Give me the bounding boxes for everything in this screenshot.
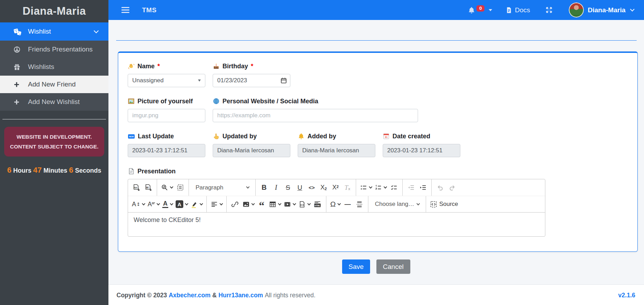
sidebar-nav: Wishlist Friends Presentations Wishlists… [0,22,108,111]
numbered-list-button[interactable] [374,181,388,194]
font-size-button[interactable]: A ↕ [131,198,146,210]
birthday-value[interactable] [213,74,290,87]
plus-icon [13,98,22,106]
special-characters-button[interactable]: Ω [329,198,341,210]
content-header-divider [116,20,637,41]
name-select[interactable] [128,74,205,87]
font-background-button[interactable]: A [175,198,189,210]
sidebar-item-wishlists[interactable]: Wishlists [0,58,108,76]
sidebar-item-add-new-friend[interactable]: Add New Friend [0,76,108,93]
underline-button[interactable]: U [294,181,305,194]
paragraph-dropdown[interactable]: Paragraph [191,181,253,194]
copyright: Copyright © 2023 Axbecher.com & Hurr13an… [116,292,316,299]
chevron-down-icon [199,202,203,205]
docs-label: Docs [515,6,530,14]
insert-table-button[interactable] [268,198,282,210]
horizontal-line-button[interactable]: — [342,198,353,210]
topbar-right: 0 Docs Diana-Maria [468,2,634,18]
strikethrough-button[interactable]: S [282,181,293,194]
export-word-button[interactable]: W [143,181,154,194]
toolbar-separator [326,196,326,212]
choose-language-dropdown[interactable]: Choose lang… [371,197,423,211]
html-embed-button[interactable]: HTML [312,198,323,210]
find-replace-button[interactable] [160,181,174,194]
code-button[interactable]: <> [306,181,317,194]
website-input[interactable] [213,109,418,122]
toolbar-separator [255,179,256,196]
rights-text: All rights reserved. [265,292,316,299]
page-break-button[interactable] [354,198,365,210]
insert-image-button[interactable] [241,198,255,210]
editor-paragraph[interactable]: Welcome to CKEditor 5! [134,216,539,224]
editor-content[interactable]: Welcome to CKEditor 5! [128,213,545,236]
name-select-value[interactable] [128,74,205,87]
sidebar-item-label: Add New Friend [28,81,76,88]
birthday-date-input[interactable] [213,74,290,87]
chevron-down-icon [292,202,296,205]
superscript-button[interactable]: X2 [330,181,341,194]
outdent-icon [408,184,415,191]
bell-icon [298,133,305,140]
cancel-button[interactable]: Cancel [376,259,410,274]
presentation-field: Presentation PDF [128,167,545,237]
todo-list-icon [390,184,398,191]
font-color-button[interactable]: A [161,198,174,210]
last-update-value [128,144,205,157]
select-all-icon [177,184,184,191]
chevron-down-icon [246,185,250,189]
chevron-down-icon [170,202,173,205]
sidebar-item-label: Friends Presentations [28,46,93,53]
document-icon [505,7,512,14]
notification-count-badge: 0 [476,5,484,12]
toolbar-separator [402,179,403,196]
code-block-icon [298,201,306,208]
sidebar-item-add-new-wishlist[interactable]: Add New Wishlist [0,93,108,111]
link-icon [231,201,239,208]
redo-button[interactable] [446,181,458,194]
sidebar-brand[interactable]: Diana-Maria [0,0,108,22]
new-badge-icon: NEW [128,133,135,140]
save-button[interactable]: Save [342,259,370,274]
indent-button[interactable] [417,181,429,194]
notifications-dropdown[interactable]: 0 [468,6,492,14]
gift-icon [13,63,22,71]
italic-button[interactable]: I [270,181,282,194]
hamburger-menu-icon[interactable] [121,6,129,14]
form-row: Picture of yourself Personal Website / S… [128,97,628,122]
picture-input[interactable] [128,109,205,122]
highlight-button[interactable] [190,198,204,210]
calendar-picker-icon[interactable] [280,77,287,84]
block-quote-button[interactable]: “ [256,198,267,210]
countdown-minutes-label: Minutes [43,167,67,174]
sidebar-item-wishlist[interactable]: Wishlist [0,22,108,41]
todo-list-button[interactable] [388,181,399,194]
name-label: Name * [128,62,205,70]
axbecher-link[interactable]: Axbecher.com [169,292,211,299]
outdent-button[interactable] [405,181,417,194]
export-pdf-button[interactable]: PDF [131,181,142,194]
remove-format-button[interactable]: Tx [342,181,353,194]
code-block-button[interactable] [297,198,311,210]
updated-by-value [213,144,290,157]
link-button[interactable] [229,198,241,210]
fullscreen-button[interactable] [545,6,553,14]
chevron-down-icon [185,202,188,205]
subscript-button[interactable]: X2 [318,181,329,194]
docs-link[interactable]: Docs [505,6,530,14]
form-row: Name * Birthday * [128,62,628,87]
sidebar-item-label: Wishlist [28,28,51,35]
insert-media-button[interactable] [283,198,297,210]
text-alignment-button[interactable] [210,198,224,210]
select-all-button[interactable] [175,181,186,194]
undo-button[interactable] [434,181,446,194]
bold-button[interactable]: B [259,181,270,194]
bulleted-list-button[interactable] [359,181,373,194]
avatar[interactable] [569,2,584,18]
font-family-button[interactable]: A [147,198,161,210]
chevron-down-icon[interactable] [630,7,635,12]
table-icon [269,201,276,208]
hurr13ane-link[interactable]: Hurr13ane.com [218,292,263,299]
user-menu[interactable]: Diana-Maria [588,6,625,14]
source-button[interactable]: Source [429,198,459,210]
sidebar-item-friends-presentations[interactable]: Friends Presentations [0,41,108,58]
